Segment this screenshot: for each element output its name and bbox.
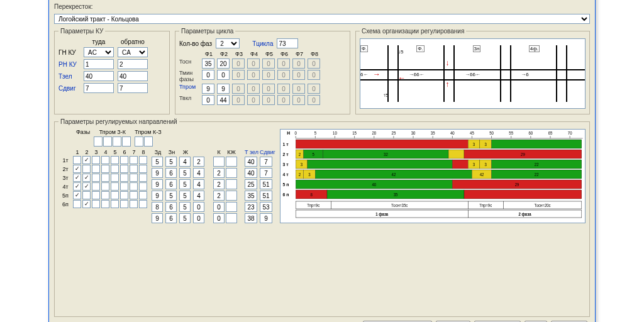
svg-text:29: 29: [515, 182, 519, 187]
rn-ku-label: РН КУ: [58, 61, 80, 68]
app-window: Регулирование _ □ × Перекресток: Логойск…: [48, 0, 596, 322]
svg-rect-53: [452, 160, 468, 169]
svg-text:5 п: 5 п: [282, 182, 289, 188]
svg-text:3: 3: [485, 162, 487, 167]
svg-rect-33: [296, 140, 468, 148]
svg-text:2: 2: [299, 152, 301, 157]
svg-text:2: 2: [299, 172, 301, 177]
gn-ku-tuda[interactable]: AC: [84, 47, 114, 57]
svg-text:Н: Н: [287, 130, 290, 136]
svg-text:70: 70: [568, 131, 572, 135]
timing-diagram: 0510152025303540455055606570Н1 т332 т253…: [280, 129, 586, 223]
svg-text:Тпр=9с: Тпр=9с: [307, 203, 320, 209]
scheme-diagram: Ф. 6← →6 → ← ↓5 ↑5 Ф. 6← →6 ↓ ↑: [360, 38, 586, 109]
intersection-row: Перекресток:: [54, 3, 590, 10]
directions-fieldset: Параметры регулируемых направлений Фазы …: [54, 118, 590, 317]
phase-checks-grid: 123456781т✓2т✓3т✓✓4т✓✓5п✓6п✓: [58, 149, 148, 208]
svg-text:3: 3: [308, 172, 311, 177]
svg-text:1 т: 1 т: [282, 142, 288, 148]
svg-text:3 т: 3 т: [282, 162, 288, 168]
phase-grid: Ф1Ф2Ф3Ф4Ф5Ф6Ф7Ф8ТоснТмин фазыТпромТвкл: [179, 51, 346, 105]
svg-text:32: 32: [384, 152, 388, 157]
svg-text:3: 3: [473, 162, 475, 167]
svg-text:Тосн=20с: Тосн=20с: [534, 203, 551, 208]
svg-text:5: 5: [314, 131, 317, 135]
svg-text:42: 42: [392, 172, 396, 177]
svg-text:0: 0: [295, 131, 297, 135]
ku-params-fieldset: Параметры КУ туда обратно ГН КУ AC CA РН…: [54, 28, 170, 114]
svg-text:60: 60: [528, 131, 533, 135]
svg-text:22: 22: [535, 172, 539, 177]
svg-text:15: 15: [352, 131, 357, 135]
svg-text:Тпр=9с: Тпр=9с: [479, 203, 492, 209]
svg-text:30: 30: [411, 131, 416, 135]
tzel-obratno[interactable]: [118, 71, 148, 81]
sdvig-label: Сдвиг: [58, 85, 80, 92]
tcycle-input[interactable]: [277, 38, 298, 48]
gn-ku-obratno[interactable]: CA: [118, 47, 148, 57]
svg-text:40: 40: [450, 131, 455, 135]
sdvig-obratno[interactable]: [118, 83, 148, 93]
svg-text:35: 35: [394, 192, 398, 197]
svg-text:22: 22: [535, 162, 539, 167]
scheme-fieldset: Схема организации регулирования Ф. 6← →6…: [355, 28, 590, 114]
tzel-tuda[interactable]: [84, 71, 114, 81]
svg-text:65: 65: [548, 131, 553, 135]
svg-rect-52: [308, 160, 452, 169]
svg-text:55: 55: [509, 131, 513, 135]
rn-ku-tuda[interactable]: [84, 59, 114, 69]
svg-text:Тосн=35с: Тосн=35с: [391, 203, 408, 208]
svg-text:3: 3: [485, 142, 487, 147]
svg-text:10: 10: [333, 131, 337, 135]
svg-rect-81: [464, 190, 582, 199]
intersection-label: Перекресток:: [54, 3, 93, 10]
svg-text:25: 25: [392, 131, 396, 135]
gn-ku-label: ГН КУ: [58, 49, 80, 56]
svg-text:35: 35: [431, 131, 435, 135]
svg-text:42: 42: [480, 172, 484, 177]
svg-text:3: 3: [301, 162, 303, 167]
svg-rect-46: [448, 150, 464, 158]
svg-text:2 фаза: 2 фаза: [518, 212, 531, 218]
svg-text:2 т: 2 т: [282, 152, 288, 158]
content-area: Перекресток: Логойский тракт - Кольцова …: [49, 0, 595, 322]
svg-text:1 фаза: 1 фаза: [375, 212, 388, 218]
phase-count-select[interactable]: 2: [216, 38, 240, 48]
cycle-params-fieldset: Параметры цикла Кол-во фаз 2 Тцикла Ф1Ф2…: [175, 28, 350, 114]
rn-ku-obratno[interactable]: [118, 59, 148, 69]
svg-text:4 т: 4 т: [282, 172, 288, 178]
tprom-grid: ЗдЗнЖККЖТ зелСдвиг: [152, 149, 274, 223]
svg-text:3: 3: [473, 142, 475, 147]
svg-text:20: 20: [372, 131, 376, 135]
button-bar: Печать диаграммы Печать Применить OK Отм…: [54, 317, 590, 322]
svg-text:8: 8: [310, 192, 313, 197]
tzel-label: Тзел: [58, 73, 80, 80]
svg-text:6 п: 6 п: [282, 192, 289, 198]
svg-text:5: 5: [313, 152, 315, 157]
svg-rect-38: [492, 140, 582, 148]
svg-text:29: 29: [521, 152, 525, 157]
sdvig-tuda[interactable]: [84, 83, 114, 93]
svg-text:40: 40: [372, 182, 376, 187]
intersection-select[interactable]: Логойский тракт - Кольцова: [54, 14, 590, 24]
svg-text:50: 50: [489, 131, 494, 135]
svg-text:45: 45: [470, 131, 474, 135]
